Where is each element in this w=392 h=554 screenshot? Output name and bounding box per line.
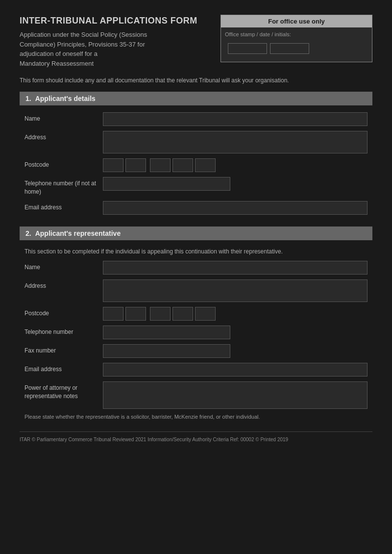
- form-subtitle: Application under the Social Policy (Ses…: [20, 30, 211, 68]
- office-use-label: Office stamp / date / initials:: [225, 31, 368, 37]
- form-title: INTER-TRIBUNAL APPLICATIONS FORM: [20, 15, 211, 27]
- input-rep-email[interactable]: [103, 363, 368, 377]
- page: INTER-TRIBUNAL APPLICATIONS FORM Applica…: [10, 10, 382, 448]
- postcode-box-1[interactable]: [103, 158, 123, 172]
- input-rep-authority[interactable]: [103, 381, 368, 409]
- rep-postcode-box-4[interactable]: [172, 307, 193, 321]
- label-rep-fax: Fax number: [24, 344, 103, 355]
- section-2-header: 2. Applicant's representative: [20, 227, 372, 240]
- postcode-box-5[interactable]: [195, 158, 216, 172]
- input-applicant-email[interactable]: [103, 201, 368, 215]
- section-1-title: Applicant's details: [35, 95, 96, 102]
- label-applicant-postcode: Postcode: [24, 158, 103, 169]
- office-use-fields: [225, 41, 368, 56]
- row-rep-address: Address: [20, 279, 372, 302]
- row-applicant-email: Email address: [20, 201, 372, 215]
- label-rep-authority: Power of attorney or representative note…: [24, 381, 103, 401]
- section-1-header: 1. Applicant's details: [20, 92, 372, 105]
- input-rep-fax[interactable]: [103, 344, 230, 358]
- row-rep-name: Name: [20, 261, 372, 275]
- rep-postcode-box-1[interactable]: [103, 307, 123, 321]
- section-2-number: 2.: [25, 229, 31, 237]
- header-row: INTER-TRIBUNAL APPLICATIONS FORM Applica…: [20, 15, 372, 68]
- section-2: 2. Applicant's representative This secti…: [20, 227, 372, 420]
- label-rep-email: Email address: [24, 363, 103, 374]
- authority-note: Please state whether the representative …: [20, 414, 372, 420]
- office-use-content: Office stamp / date / initials:: [221, 27, 372, 62]
- rep-postcode-box-5[interactable]: [195, 307, 216, 321]
- row-rep-authority: Power of attorney or representative note…: [20, 381, 372, 409]
- input-applicant-name[interactable]: [103, 112, 368, 126]
- input-applicant-phone[interactable]: [103, 177, 230, 191]
- postcode-fields: [103, 158, 216, 172]
- office-field-1[interactable]: [228, 43, 267, 54]
- label-applicant-phone: Telephone number (if not at home): [24, 177, 103, 196]
- label-applicant-email: Email address: [24, 201, 103, 212]
- intro-text: This form should include any and all doc…: [20, 76, 372, 85]
- label-applicant-address: Address: [24, 131, 103, 142]
- office-field-2[interactable]: [270, 43, 309, 54]
- input-rep-name[interactable]: [103, 261, 368, 275]
- input-applicant-address[interactable]: [103, 131, 368, 153]
- label-rep-phone: Telephone number: [24, 326, 103, 336]
- row-applicant-phone: Telephone number (if not at home): [20, 177, 372, 196]
- section-2-title: Applicant's representative: [35, 229, 121, 237]
- label-rep-postcode: Postcode: [24, 307, 103, 318]
- rep-postcode-fields: [103, 307, 216, 321]
- row-applicant-postcode: Postcode: [20, 158, 372, 172]
- input-rep-address[interactable]: [103, 279, 368, 302]
- row-applicant-name: Name: [20, 112, 372, 126]
- row-rep-phone: Telephone number: [20, 326, 372, 339]
- postcode-box-2[interactable]: [125, 158, 146, 172]
- rep-postcode-box-2[interactable]: [125, 307, 146, 321]
- postcode-box-4[interactable]: [172, 158, 193, 172]
- row-rep-postcode: Postcode: [20, 307, 372, 321]
- row-rep-email: Email address: [20, 363, 372, 377]
- title-block: INTER-TRIBUNAL APPLICATIONS FORM Applica…: [20, 15, 220, 68]
- input-rep-phone[interactable]: [103, 326, 230, 339]
- section-2-note: This section to be completed if the indi…: [20, 247, 372, 256]
- row-rep-fax: Fax number: [20, 344, 372, 358]
- label-applicant-name: Name: [24, 112, 103, 123]
- footer: ITAR © Parliamentary Commerce Tribunal R…: [20, 431, 372, 443]
- rep-postcode-box-3[interactable]: [150, 307, 171, 321]
- row-applicant-address: Address: [20, 131, 372, 153]
- section-1-number: 1.: [25, 95, 31, 102]
- section-1: 1. Applicant's details Name Address Post…: [20, 92, 372, 215]
- label-rep-address: Address: [24, 279, 103, 290]
- office-use-box: For office use only Office stamp / date …: [220, 15, 372, 62]
- office-use-header: For office use only: [221, 15, 372, 27]
- postcode-box-3[interactable]: [150, 158, 171, 172]
- label-rep-name: Name: [24, 261, 103, 272]
